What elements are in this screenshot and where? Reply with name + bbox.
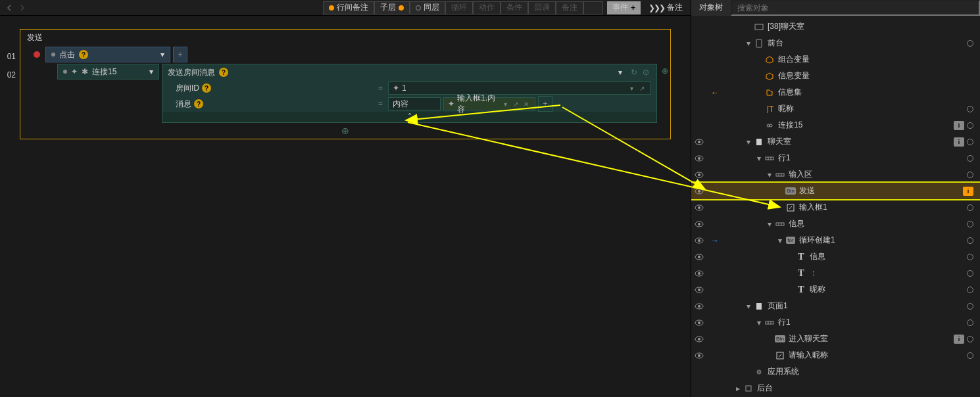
tree-item-1[interactable]: ▾前台 — [691, 35, 980, 51]
filter-action[interactable]: 动作 — [473, 1, 501, 14]
help-icon[interactable]: ? — [79, 50, 88, 59]
help-icon[interactable]: ? — [202, 83, 211, 93]
tree-item-22[interactable]: ▸后台 — [691, 380, 980, 396]
visibility-icon[interactable] — [691, 319, 707, 326]
tree-item-3[interactable]: 信息变量 — [691, 68, 980, 84]
event-card: 发送 点击? ▾ + ✦ ✱ 连接15 ▾ — [20, 29, 671, 139]
visibility-icon[interactable] — [691, 287, 707, 293]
info-badge[interactable]: i — [954, 137, 964, 147]
filter-child-layer[interactable]: 子层 — [374, 1, 410, 14]
action-more-icon[interactable]: ⊕ — [660, 64, 670, 76]
chevron-down-icon[interactable]: ▾ — [149, 67, 153, 76]
tree-item-14[interactable]: T信息 — [691, 248, 980, 265]
collapse-button[interactable]: ˄ — [162, 112, 656, 122]
visibility-icon[interactable] — [691, 139, 707, 145]
visibility-icon[interactable] — [691, 270, 707, 277]
status-circle — [967, 204, 973, 211]
tree-item-0[interactable]: [38]聊天室 — [691, 18, 980, 35]
tree-item-19[interactable]: Btn进入聊天室i — [691, 331, 980, 347]
visibility-icon[interactable] — [691, 221, 707, 227]
svg-text:[T]: [T] — [767, 105, 773, 113]
tree-item-21[interactable]: 应用系统 — [691, 363, 980, 380]
chevron-down-icon[interactable]: ▾ — [618, 68, 622, 77]
chevron-down-icon[interactable]: ▾ — [627, 83, 636, 93]
tree-item-5[interactable]: [T]昵称 — [691, 101, 980, 117]
expander-icon[interactable]: ▾ — [744, 137, 753, 147]
tree-item-6[interactable]: 连接15i — [691, 117, 980, 133]
filter-blank[interactable] — [583, 1, 603, 14]
filter-same-layer[interactable]: 同层 — [410, 1, 445, 14]
node-type-icon — [774, 170, 786, 179]
visibility-icon[interactable] — [691, 237, 707, 244]
add-param-button[interactable]: + — [538, 96, 552, 112]
status-circle — [967, 352, 973, 359]
tree-item-13[interactable]: →▾for循环创建1 — [691, 232, 980, 248]
expander-icon[interactable]: ▾ — [775, 236, 785, 245]
tree-item-20[interactable]: 请输入昵称 — [691, 347, 980, 363]
visibility-icon[interactable] — [691, 204, 707, 211]
expander-icon[interactable]: ▸ — [733, 384, 743, 393]
search-input[interactable] — [731, 0, 980, 16]
expand-icon[interactable]: ↗ — [637, 83, 647, 93]
expand-icon[interactable]: ↗ — [511, 99, 520, 108]
visibility-icon[interactable] — [691, 254, 707, 260]
help-icon[interactable]: ? — [194, 99, 203, 108]
action-send-message: 发送房间消息? ▾ ↻ ⊙ 房间ID? = ✦ — [162, 64, 657, 123]
tree-item-8[interactable]: ▾行1 — [691, 150, 980, 166]
expander-icon[interactable]: ▾ — [754, 318, 764, 327]
info-badge[interactable]: i — [954, 121, 964, 130]
filter-condition[interactable]: 条件 — [501, 1, 528, 14]
filter-remark[interactable]: 备注 — [556, 1, 583, 14]
expander-icon[interactable]: ▾ — [765, 170, 774, 179]
tree-item-4[interactable]: ←信息集 — [691, 84, 980, 101]
visibility-icon[interactable] — [691, 336, 707, 342]
close-icon[interactable]: ✕ — [522, 99, 531, 108]
info-badge[interactable]: i — [954, 335, 964, 344]
visibility-icon[interactable] — [691, 303, 707, 310]
breakpoint-icon[interactable] — [34, 51, 40, 58]
tree-item-17[interactable]: ▾页面1 — [691, 298, 980, 314]
visibility-icon[interactable] — [691, 188, 707, 195]
refresh-icon[interactable]: ↻ — [629, 67, 639, 78]
visibility-icon[interactable] — [691, 172, 707, 178]
visibility-icon[interactable] — [691, 352, 707, 359]
visibility-icon[interactable] — [691, 155, 707, 162]
tree-item-18[interactable]: ▾行1 — [691, 314, 980, 331]
tree-item-7[interactable]: ▾聊天室i — [691, 133, 980, 150]
chevron-down-icon[interactable]: ▾ — [501, 99, 510, 108]
tree-item-10[interactable]: Btn发送i — [691, 183, 980, 199]
help-icon[interactable]: ? — [219, 68, 228, 77]
tree-item-9[interactable]: ▾输入区 — [691, 166, 980, 183]
expander-icon[interactable]: ▾ — [744, 302, 753, 311]
event-title: 发送 — [20, 30, 670, 45]
expander-icon[interactable]: ▾ — [765, 220, 774, 229]
remark-toggle[interactable]: ❯❯❯备注 — [643, 1, 688, 14]
tree-item-12[interactable]: ▾信息 — [691, 216, 980, 232]
param-room-id-input[interactable]: ✦ 1 ▾↗ — [388, 82, 651, 95]
nav-back-icon[interactable] — [3, 1, 16, 14]
add-action-row[interactable]: ⊕ — [20, 123, 670, 139]
settings-icon[interactable]: ⊙ — [641, 67, 651, 78]
expander-icon[interactable]: ▾ — [744, 39, 753, 48]
node-label: 连接15 — [778, 120, 951, 131]
connect-target[interactable]: ✦ ✱ 连接15 ▾ — [57, 64, 159, 80]
filter-loop[interactable]: 循环 — [445, 1, 473, 14]
add-trigger-button[interactable]: + — [173, 47, 187, 62]
tree-item-2[interactable]: 组合变量 — [691, 51, 980, 68]
nav-forward-icon[interactable] — [16, 1, 29, 14]
object-tree-tab[interactable]: 对象树 — [691, 0, 731, 16]
trigger-click[interactable]: 点击? ▾ — [45, 47, 170, 62]
expander-icon[interactable]: ▾ — [754, 154, 764, 163]
param-message-type[interactable]: 内容 — [388, 97, 441, 110]
info-badge[interactable]: i — [963, 187, 973, 196]
add-event-button[interactable]: 事件+ — [607, 1, 641, 14]
tree-item-16[interactable]: T昵称 — [691, 281, 980, 298]
node-type-icon — [753, 39, 765, 48]
tree-item-15[interactable]: T： — [691, 265, 980, 281]
filter-line-remark[interactable]: 行间备注 — [323, 1, 374, 14]
svg-point-24 — [698, 223, 700, 225]
tree-item-11[interactable]: 输入框1 — [691, 199, 980, 216]
chevron-down-icon[interactable]: ▾ — [160, 50, 164, 59]
filter-callback[interactable]: 回调 — [528, 1, 556, 14]
param-message-expr[interactable]: ✦ 输入框1.内容 ▾↗✕ — [443, 97, 535, 110]
